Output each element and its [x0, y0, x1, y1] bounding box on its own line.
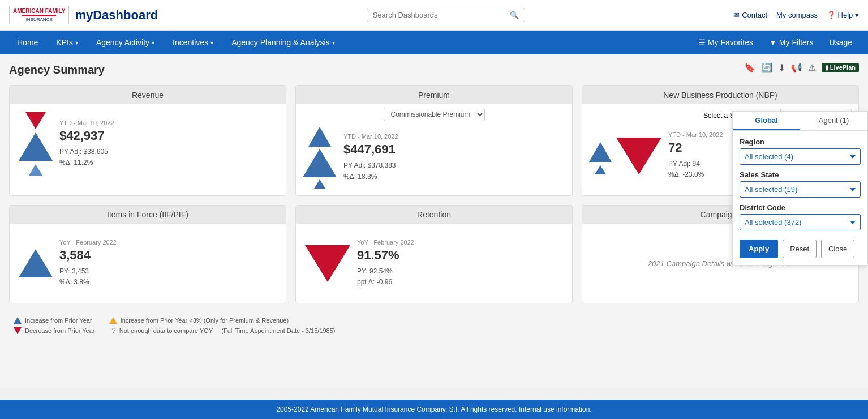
- cards-row-2: Items in Force (IIF/PIF) YoY - February …: [9, 205, 859, 303]
- filter-tab-global[interactable]: Global: [733, 112, 800, 130]
- filter-district-code-label: District Code: [740, 203, 861, 212]
- legend-increase-label: Increase from Prior Year: [25, 317, 92, 324]
- revenue-up-triangle: [19, 132, 53, 161]
- filter-panel: Global Agent (1) Region All selected (4)…: [732, 111, 868, 266]
- revenue-stats: YTD - Mar 10, 2022 $42,937 PY Adj: $38,6…: [59, 119, 277, 168]
- nav-agency-planning[interactable]: Agency Planning & Analysis ▾: [224, 32, 343, 53]
- retention-sub: PY: 92.54% ppt Δ: -0.96: [357, 266, 563, 288]
- legend-increase-small: Increase from Prior Year <3% (Only for P…: [109, 317, 289, 324]
- iif-card: Items in Force (IIF/PIF) YoY - February …: [9, 205, 286, 303]
- megaphone-icon[interactable]: 📢: [791, 62, 802, 73]
- retention-card: Retention YoY - February 2022 91.57% PY:…: [295, 205, 573, 303]
- retention-card-header: Retention: [296, 206, 572, 224]
- kpis-arrow: ▾: [75, 40, 78, 46]
- revenue-card: Revenue YTD - Mar 10, 2022 $42,937 PY Ad…: [9, 85, 286, 196]
- legend-question-icon: ?: [112, 326, 116, 335]
- nav-my-filters[interactable]: ▼ My Filters: [762, 32, 820, 53]
- legend-decrease-label: Decrease from Prior Year: [25, 327, 95, 334]
- premium-dropdown[interactable]: Commissionable Premium: [384, 108, 485, 121]
- premium-tri-up-large: [303, 149, 337, 177]
- nav-kpis[interactable]: KPIs ▾: [48, 32, 86, 53]
- favorites-icon: ☰: [698, 38, 706, 47]
- iif-sub: PY: 3,453 %Δ: 3.8%: [59, 266, 277, 288]
- iif-date: YoY - February 2022: [59, 239, 277, 246]
- legend-increase-icon: [14, 317, 22, 324]
- nbp-tri-up: [589, 142, 612, 162]
- iif-main: 3,584: [59, 248, 277, 263]
- filter-tab-agent[interactable]: Agent (1): [800, 112, 867, 130]
- filter-sales-state-select[interactable]: All selected (19): [740, 181, 861, 198]
- search-bar-container[interactable]: 🔍: [367, 8, 525, 22]
- revenue-date: YTD - Mar 10, 2022: [59, 119, 277, 126]
- iif-card-body: YoY - February 2022 3,584 PY: 3,453 %Δ: …: [10, 224, 286, 303]
- nav-incentives[interactable]: Incentives ▾: [165, 32, 221, 53]
- premium-card-body: YTD - Mar 10, 2022 $447,691 PY Adj: $378…: [296, 125, 572, 195]
- help-arrow: ▾: [855, 11, 859, 19]
- agency-activity-arrow: ▾: [152, 40, 154, 46]
- legend-not-enough: ? Not enough data to compare YOY (Full T…: [112, 326, 336, 335]
- nbp-card-header: New Business Production (NBP): [582, 86, 858, 104]
- filter-tabs: Global Agent (1): [733, 112, 867, 131]
- revenue-triangles: [19, 112, 53, 176]
- retention-triangles: [305, 245, 350, 282]
- filter-region-label: Region: [740, 138, 861, 146]
- mail-icon: ✉: [733, 11, 740, 19]
- retention-stats: YoY - February 2022 91.57% PY: 92.54% pp…: [357, 239, 563, 288]
- reset-button[interactable]: Reset: [783, 240, 817, 258]
- revenue-down-triangle: [25, 112, 46, 129]
- filter-district-code-select[interactable]: All selected (372): [740, 214, 861, 230]
- legend-increase-small-label: Increase from Prior Year <3% (Only for P…: [121, 317, 289, 324]
- retention-tri-down: [305, 245, 350, 282]
- revenue-small-triangle: [29, 164, 42, 176]
- retention-date: YoY - February 2022: [357, 239, 563, 246]
- legend-not-enough-label: Not enough data to compare YOY: [119, 327, 213, 334]
- premium-date: YTD - Mar 10, 2022: [343, 133, 565, 140]
- premium-tri-up-small: [314, 179, 325, 189]
- app-title: myDashboard: [75, 8, 158, 23]
- filter-buttons: Apply Reset Close: [740, 240, 861, 258]
- search-icon: 🔍: [510, 11, 519, 19]
- download-icon[interactable]: ⬇: [778, 62, 785, 73]
- revenue-card-body: YTD - Mar 10, 2022 $42,937 PY Adj: $38,6…: [10, 104, 286, 183]
- nav-my-favorites[interactable]: ☰ My Favorites: [691, 32, 760, 53]
- filter-body: Region All selected (4) Sales State All …: [733, 131, 867, 265]
- nbp-triangles: [589, 138, 661, 174]
- revenue-sub: PY Adj: $38,605 %Δ: 11.2%: [59, 147, 277, 168]
- close-button[interactable]: Close: [821, 240, 854, 258]
- premium-dropdown-row: Commissionable Premium: [296, 104, 572, 125]
- top-right-links: ✉ Contact My compass ❓ Help ▾: [733, 11, 859, 19]
- premium-card: Premium Commissionable Premium YTD - Mar…: [295, 85, 573, 196]
- bookmark-icon[interactable]: 🔖: [744, 62, 755, 73]
- nav-agency-activity[interactable]: Agency Activity ▾: [88, 32, 162, 53]
- alert-icon[interactable]: ⚠: [808, 62, 816, 73]
- help-link[interactable]: ❓ Help ▾: [827, 11, 859, 19]
- help-icon: ❓: [827, 11, 836, 19]
- toolbar-icons: 🔖 🔄 ⬇ 📢 ⚠ ▮ LivePlan: [744, 62, 859, 73]
- compass-link[interactable]: My compass: [776, 11, 818, 19]
- logo-area: AMERICAN FAMILY INSURANCE myDashboard: [9, 6, 158, 24]
- incentives-arrow: ▾: [210, 40, 213, 46]
- legend-increase: Increase from Prior Year: [14, 317, 92, 324]
- premium-main: $447,691: [343, 142, 565, 157]
- agency-planning-arrow: ▾: [332, 40, 335, 46]
- page-content: Agency Summary 🔖 🔄 ⬇ 📢 ⚠ ▮ LivePlan Reve…: [0, 54, 868, 388]
- nav-home[interactable]: Home: [9, 32, 46, 53]
- nav-usage[interactable]: Usage: [823, 32, 859, 53]
- search-input[interactable]: [373, 11, 508, 19]
- contact-link[interactable]: ✉ Contact: [733, 11, 767, 19]
- nbp-tri-up-small: [595, 165, 606, 174]
- retention-main: 91.57%: [357, 248, 563, 263]
- revenue-main: $42,937: [59, 129, 277, 143]
- apply-button[interactable]: Apply: [740, 240, 778, 258]
- help-label: Help: [838, 11, 853, 19]
- nbp-tri-down: [616, 138, 661, 174]
- refresh-icon[interactable]: 🔄: [761, 62, 772, 73]
- filter-region-select[interactable]: All selected (4): [740, 148, 861, 165]
- cards-row-1: Revenue YTD - Mar 10, 2022 $42,937 PY Ad…: [9, 85, 859, 196]
- filters-icon: ▼: [769, 38, 777, 47]
- revenue-card-header: Revenue: [10, 86, 286, 104]
- liveplan-badge[interactable]: ▮ LivePlan: [822, 63, 859, 72]
- contact-label: Contact: [742, 11, 767, 19]
- filter-sales-state-label: Sales State: [740, 170, 861, 179]
- page-title: Agency Summary: [9, 63, 859, 76]
